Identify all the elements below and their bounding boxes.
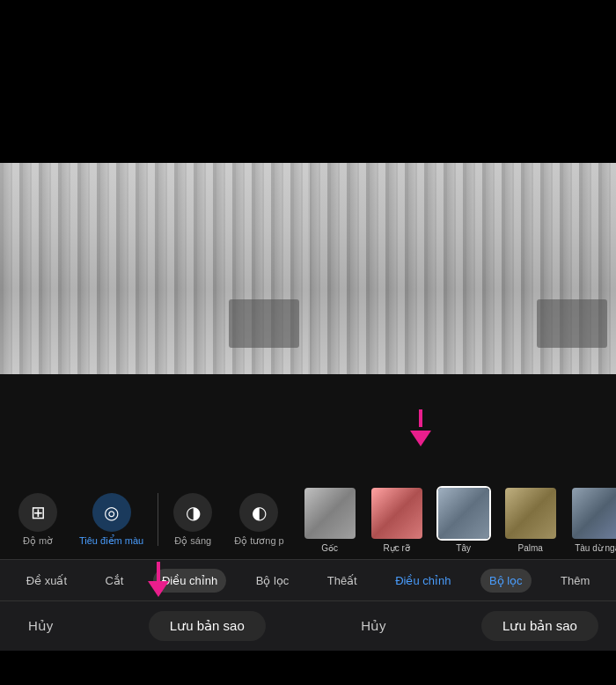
photo-before-bg: [0, 163, 308, 374]
save-copy-button-left[interactable]: Lưu bản sao: [149, 611, 266, 641]
tab-theat[interactable]: Thêất: [319, 569, 366, 593]
tab-bo-loc-2[interactable]: Bộ lọc: [480, 569, 532, 593]
filter-img-tay: [438, 488, 489, 539]
do-mo-icon: ⊞: [18, 493, 57, 532]
filter-img-ruc-ro: [371, 488, 422, 539]
arrow-up-stem: [157, 562, 160, 581]
filter-label-goc: Gốc: [321, 543, 338, 553]
filter-label-tau: Tàu dừ ngã: [575, 543, 616, 553]
tab-de-xuat[interactable]: Đề xuất: [18, 569, 76, 593]
filter-img-palma: [505, 488, 556, 539]
arrow-down-head: [410, 431, 431, 446]
do-sang-label: Độ sáng: [174, 535, 211, 547]
filter-label-palma: Palma: [518, 543, 543, 553]
tool-do-sang[interactable]: ◑ Độ sáng: [162, 486, 224, 554]
do-tuong-icon: ◐: [239, 493, 278, 532]
tool-divider: [158, 493, 158, 546]
do-sang-icon: ◑: [173, 493, 212, 532]
tool-do-mo[interactable]: ⊞ Độ mờ: [7, 486, 69, 554]
cancel-button-left[interactable]: Hủy: [18, 611, 63, 641]
filter-label-tay: Tây: [456, 543, 471, 553]
photo-before: [0, 163, 308, 374]
tab-bo-loc-1[interactable]: Bộ lọc: [247, 569, 298, 593]
filter-thumb-tay: [436, 486, 491, 541]
filter-row: ⊞ Độ mờ ◎ Tiêu điểm màu ◑ Độ sáng ◐ Độ t…: [0, 480, 616, 559]
filter-ruc-ro[interactable]: Rực rỡ: [365, 486, 429, 553]
save-copy-button-right[interactable]: Lưu bản sao: [481, 611, 598, 641]
photo-divider: [308, 163, 310, 374]
filter-tau[interactable]: Tàu dừ ngã: [566, 486, 616, 553]
filter-label-ruc-ro: Rực rỡ: [384, 543, 410, 553]
photo-after: [308, 163, 616, 374]
tool-tieu-diem-mau[interactable]: ◎ Tiêu điểm màu: [69, 486, 154, 554]
arrow-up-head: [148, 581, 169, 597]
tool-section: ⊞ Độ mờ ◎ Tiêu điểm màu ◑ Độ sáng ◐ Độ t…: [7, 486, 295, 554]
filter-img-tau: [572, 488, 616, 539]
filter-palma[interactable]: Palma: [499, 486, 562, 553]
tab-cat[interactable]: Cắt: [96, 569, 132, 593]
arrow-up-indicator: [148, 562, 169, 597]
arrow-down-indicator: [410, 409, 431, 446]
filter-thumb-ruc-ro: [370, 486, 424, 541]
filter-thumb-tau: [570, 486, 616, 541]
do-tuong-label: Độ tương p: [234, 535, 283, 547]
filter-thumb-goc: [303, 486, 357, 541]
top-black-area: [0, 0, 616, 163]
monitor-before: [229, 299, 299, 348]
action-bar: Hủy Lưu bản sao Hủy Lưu bản sao: [0, 601, 616, 651]
mid-section: [0, 374, 616, 480]
filter-goc[interactable]: Gốc: [298, 486, 362, 553]
do-mo-label: Độ mờ: [23, 535, 53, 547]
tabs-bar: Đề xuất Cắt Điều chỉnh Bộ lọc Thêất Điều…: [0, 559, 616, 601]
tieu-diem-label: Tiêu điểm màu: [79, 535, 143, 547]
filter-thumb-palma: [503, 486, 558, 541]
cancel-button-right[interactable]: Hủy: [350, 611, 396, 641]
filter-tay[interactable]: Tây: [432, 486, 495, 553]
monitor-after: [537, 299, 607, 348]
filter-img-goc: [304, 488, 356, 539]
tool-do-tuong-phan[interactable]: ◐ Độ tương p: [224, 486, 294, 554]
tieu-diem-icon: ◎: [92, 493, 131, 532]
tab-dieu-chinh-2[interactable]: Điều chỉnh: [386, 569, 459, 593]
tab-them[interactable]: Thêm: [552, 569, 598, 593]
photo-after-bg: [308, 163, 616, 374]
arrow-stem: [419, 409, 422, 427]
